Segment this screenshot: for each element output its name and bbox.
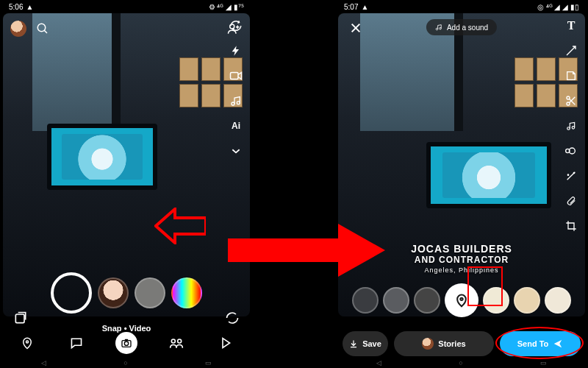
profile-avatar[interactable] <box>10 21 26 37</box>
filter-option[interactable] <box>383 287 409 314</box>
scissors-tool-icon[interactable] <box>563 93 579 109</box>
sticker-tool-icon[interactable] <box>563 68 579 84</box>
svg-point-12 <box>172 339 176 343</box>
svg-point-24 <box>572 127 575 130</box>
lens-option[interactable] <box>98 277 129 308</box>
back-icon[interactable]: ◁ <box>376 359 381 367</box>
filter-option[interactable] <box>514 287 540 314</box>
save-button[interactable]: Save <box>343 331 388 356</box>
status-note-icon: ▲ <box>26 3 33 11</box>
bg-monitor <box>47 124 157 190</box>
location-sticker[interactable]: JOCAS BUILDERS AND CONTRACTOR Angeles, P… <box>411 243 512 274</box>
save-label: Save <box>362 339 381 348</box>
filter-option[interactable] <box>414 287 440 314</box>
flash-icon[interactable] <box>228 43 244 59</box>
send-to-button[interactable]: Send To <box>500 331 581 356</box>
music-tool-icon[interactable] <box>563 118 579 134</box>
filter-option[interactable] <box>545 287 571 314</box>
svg-marker-14 <box>223 339 230 348</box>
text-tool-icon[interactable]: T <box>563 18 579 34</box>
status-bar: 5:06▲ ⚙ ⁴ᴳ ◢ ▮⁷⁵ <box>3 0 250 13</box>
send-to-label: Send To <box>517 339 549 348</box>
camera-tool-column: Ai <box>228 18 244 159</box>
svg-point-28 <box>567 174 568 175</box>
svg-point-11 <box>124 342 128 345</box>
draw-tool-icon[interactable] <box>563 43 579 59</box>
location-line3: Angeles, Philippines <box>411 266 512 274</box>
svg-point-17 <box>436 28 438 30</box>
stories-label: Stories <box>438 339 465 348</box>
svg-point-29 <box>460 298 462 300</box>
svg-rect-8 <box>15 314 24 323</box>
edit-screen: 5:07▲ ◎ ⁴ᴳ ◢ ◢ ▮▯ Add a sound T JOCAS BU… <box>338 0 585 368</box>
svg-point-7 <box>237 102 240 105</box>
status-right: ◎ ⁴ᴳ ◢ ◢ ▮▯ <box>537 3 579 11</box>
back-icon[interactable]: ◁ <box>41 359 46 367</box>
status-note-icon: ▲ <box>361 3 368 11</box>
svg-point-23 <box>567 127 570 130</box>
bg-monitor <box>426 142 551 208</box>
svg-point-13 <box>178 339 182 343</box>
location-filter-selected[interactable] <box>445 283 478 317</box>
svg-line-1 <box>44 30 47 33</box>
camera-screen: 5:06▲ ⚙ ⁴ᴳ ◢ ▮⁷⁵ Ai Snap • Video <box>3 0 250 368</box>
flip-camera-icon[interactable] <box>228 18 244 34</box>
svg-point-6 <box>232 102 234 105</box>
music-icon[interactable] <box>228 93 244 109</box>
nav-stories-icon[interactable] <box>167 333 186 353</box>
action-row: Save Stories Send To <box>343 331 581 356</box>
svg-point-27 <box>573 172 574 173</box>
home-icon[interactable]: ○ <box>123 359 127 367</box>
recents-icon[interactable]: ▭ <box>540 359 547 367</box>
status-bar: 5:07▲ ◎ ⁴ᴳ ◢ ◢ ▮▯ <box>338 0 585 13</box>
loop-tool-icon[interactable] <box>563 143 579 159</box>
lens-carousel[interactable] <box>3 271 250 315</box>
android-nav: ◁ ○ ▭ <box>338 358 585 368</box>
avatar-icon <box>422 338 434 350</box>
filter-option[interactable] <box>483 287 509 314</box>
camera-topbar <box>3 18 250 40</box>
nav-chat-icon[interactable] <box>67 333 86 353</box>
more-icon[interactable] <box>228 143 244 159</box>
location-line1: JOCAS BUILDERS <box>411 243 512 255</box>
status-time: 5:07 <box>344 3 358 11</box>
lens-option[interactable] <box>135 277 165 308</box>
lens-explorer-icon[interactable] <box>223 309 241 327</box>
home-icon[interactable]: ○ <box>459 359 462 367</box>
svg-rect-5 <box>231 73 239 79</box>
status-time: 5:06 <box>9 3 23 11</box>
nav-camera-icon[interactable] <box>115 332 137 354</box>
attach-tool-icon[interactable] <box>563 193 579 209</box>
magic-tool-icon[interactable] <box>563 168 579 184</box>
close-icon[interactable] <box>347 19 365 37</box>
video-icon[interactable] <box>228 68 244 84</box>
capture-button[interactable] <box>51 272 92 314</box>
android-nav: ◁ ○ ▭ <box>3 358 250 368</box>
memories-icon[interactable] <box>12 309 29 327</box>
bottom-nav <box>3 328 250 358</box>
svg-point-9 <box>26 341 29 343</box>
location-line2: AND CONTRACTOR <box>411 255 512 265</box>
add-sound-button[interactable]: Add a sound <box>426 19 497 35</box>
search-icon[interactable] <box>34 20 51 38</box>
recents-icon[interactable]: ▭ <box>205 359 212 367</box>
svg-point-18 <box>440 27 442 29</box>
lens-option[interactable] <box>171 277 202 308</box>
status-right: ⚙ ⁴ᴳ ◢ ▮⁷⁵ <box>209 3 244 11</box>
edit-tool-column: T <box>563 18 579 234</box>
nav-spotlight-icon[interactable] <box>216 333 235 353</box>
filter-option[interactable] <box>352 287 379 314</box>
filter-carousel[interactable] <box>338 278 585 322</box>
crop-tool-icon[interactable] <box>563 218 579 234</box>
stories-button[interactable]: Stories <box>394 331 494 356</box>
svg-point-0 <box>37 24 46 32</box>
add-sound-label: Add a sound <box>447 24 488 32</box>
nav-map-icon[interactable] <box>18 333 37 353</box>
ai-icon[interactable]: Ai <box>228 118 244 134</box>
